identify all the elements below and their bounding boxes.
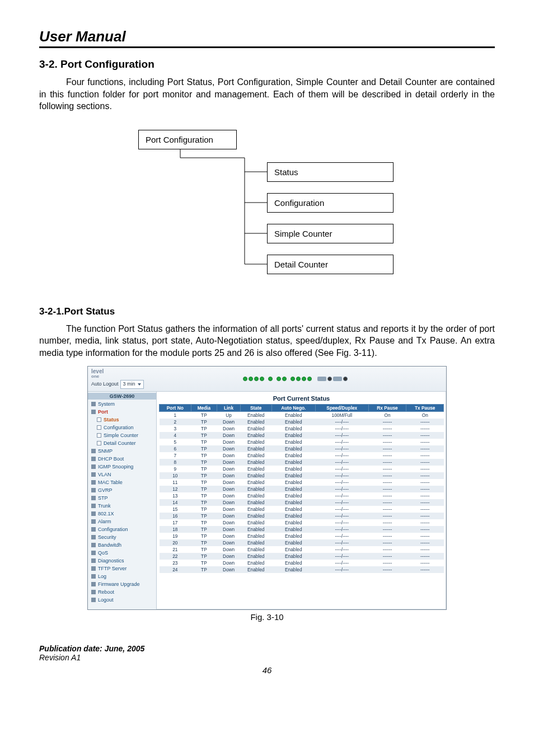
port-led-panel [147, 377, 443, 381]
table-cell: ------ [406, 492, 444, 499]
nav-item[interactable]: MAC Table [88, 478, 156, 486]
table-row[interactable]: 1TPUpEnabledEnabled100M/FullOnOn [160, 411, 444, 419]
table-row[interactable]: 19TPDownEnabledEnabled----/-------------… [160, 533, 444, 539]
table-row[interactable]: 20TPDownEnabledEnabled----/-------------… [160, 539, 444, 546]
nav-item[interactable]: Configuration [88, 525, 156, 533]
ui-body: GSW-2690 SystemPortStatusConfigurationSi… [88, 392, 446, 609]
led-icon [282, 377, 287, 381]
nav-item[interactable]: Bandwitdh [88, 541, 156, 549]
table-cell: ------ [406, 566, 444, 573]
table-cell: Enabled [240, 539, 271, 546]
table-row[interactable]: 12TPDownEnabledEnabled----/-------------… [160, 486, 444, 492]
tree-node-icon [91, 566, 96, 571]
table-row[interactable]: 11TPDownEnabledEnabled----/-------------… [160, 479, 444, 486]
table-cell: ------ [406, 560, 444, 566]
table-cell: ------ [368, 466, 406, 472]
table-cell: Down [217, 539, 241, 546]
tree-node-icon [91, 464, 96, 469]
table-cell: TP [191, 472, 217, 479]
table-row[interactable]: 21TPDownEnabledEnabled----/-------------… [160, 546, 444, 553]
table-cell: ------ [406, 546, 444, 553]
tree-node-icon [91, 543, 96, 547]
table-cell: ------ [368, 553, 406, 560]
nav-item[interactable]: GVRP [88, 486, 156, 494]
nav-item[interactable]: Logout [88, 596, 156, 604]
table-row[interactable]: 10TPDownEnabledEnabled----/-------------… [160, 472, 444, 479]
tree-child-box: Detail Counter [267, 255, 394, 274]
table-row[interactable]: 6TPDownEnabledEnabled----/--------------… [160, 445, 444, 452]
table-row[interactable]: 16TPDownEnabledEnabled----/-------------… [160, 513, 444, 519]
table-cell: Enabled [240, 411, 271, 419]
table-row[interactable]: 9TPDownEnabledEnabled----/--------------… [160, 466, 444, 472]
nav-item[interactable]: DHCP Boot [88, 455, 156, 463]
nav-item[interactable]: 802.1X [88, 510, 156, 518]
table-cell: Enabled [240, 425, 271, 432]
table-row[interactable]: 15TPDownEnabledEnabled----/-------------… [160, 506, 444, 513]
table-cell: Down [217, 486, 241, 492]
nav-item[interactable]: Simple Counter [88, 431, 156, 439]
table-cell: ----/---- [315, 439, 368, 445]
table-cell: ------ [406, 425, 444, 432]
nav-item[interactable]: Log [88, 572, 156, 580]
table-cell: ------ [406, 459, 444, 466]
table-row[interactable]: 17TPDownEnabledEnabled----/-------------… [160, 519, 444, 526]
table-row[interactable]: 3TPDownEnabledEnabled----/--------------… [160, 425, 444, 432]
table-row[interactable]: 14TPDownEnabledEnabled----/-------------… [160, 499, 444, 506]
tree-node-icon [91, 504, 96, 508]
nav-item[interactable]: SNMP [88, 447, 156, 455]
table-row[interactable]: 4TPDownEnabledEnabled----/--------------… [160, 432, 444, 439]
nav-item[interactable]: Security [88, 533, 156, 541]
table-row[interactable]: 8TPDownEnabledEnabled----/--------------… [160, 459, 444, 466]
table-cell: TP [191, 533, 217, 539]
table-row[interactable]: 7TPDownEnabledEnabled----/--------------… [160, 452, 444, 459]
table-cell: Down [217, 466, 241, 472]
table-cell: Enabled [271, 459, 315, 466]
nav-item[interactable]: IGMP Snooping [88, 463, 156, 471]
nav-item-label: Firmware Upgrade [98, 580, 140, 588]
table-row[interactable]: 23TPDownEnabledEnabled----/-------------… [160, 560, 444, 566]
nav-item[interactable]: Port [88, 408, 156, 416]
table-row[interactable]: 18TPDownEnabledEnabled----/-------------… [160, 526, 444, 533]
table-cell: 19 [160, 533, 191, 539]
nav-item[interactable]: Firmware Upgrade [88, 580, 156, 588]
tree-node-icon [91, 410, 96, 414]
table-row[interactable]: 22TPDownEnabledEnabled----/-------------… [160, 553, 444, 560]
nav-item[interactable]: Alarm [88, 518, 156, 525]
nav-item[interactable]: Trunk [88, 502, 156, 510]
table-cell: Down [217, 553, 241, 560]
nav-item-label: Bandwitdh [98, 541, 121, 549]
nav-item[interactable]: STP [88, 494, 156, 502]
table-cell: 16 [160, 513, 191, 519]
table-cell: Enabled [271, 411, 315, 419]
table-cell: ----/---- [315, 539, 368, 546]
column-header: Tx Pause [406, 404, 444, 411]
table-cell: ----/---- [315, 553, 368, 560]
nav-item[interactable]: TFTP Server [88, 565, 156, 572]
nav-item[interactable]: QoS [88, 549, 156, 557]
table-row[interactable]: 13TPDownEnabledEnabled----/-------------… [160, 492, 444, 499]
nav-item[interactable]: Reboot [88, 588, 156, 596]
table-row[interactable]: 5TPDownEnabledEnabled----/--------------… [160, 439, 444, 445]
nav-item[interactable]: VLAN [88, 471, 156, 478]
table-cell: TP [191, 445, 217, 452]
tree-child-box: Simple Counter [267, 224, 394, 243]
table-cell: Enabled [271, 452, 315, 459]
led-icon [260, 377, 264, 381]
table-cell: ------ [406, 526, 444, 533]
nav-item[interactable]: Configuration [88, 424, 156, 431]
nav-item[interactable]: Detail Counter [88, 439, 156, 447]
table-row[interactable]: 2TPDownEnabledEnabled----/--------------… [160, 419, 444, 425]
nav-item[interactable]: System [88, 400, 156, 408]
table-row[interactable]: 24TPDownEnabledEnabled----/-------------… [160, 566, 444, 573]
table-cell: ----/---- [315, 432, 368, 439]
table-cell: Enabled [240, 472, 271, 479]
auto-logout-dropdown[interactable]: 3 min [120, 380, 144, 389]
nav-item[interactable]: Status [88, 416, 156, 424]
table-cell: Enabled [271, 513, 315, 519]
tree-node-icon [91, 480, 96, 485]
table-cell: TP [191, 506, 217, 513]
table-cell: TP [191, 479, 217, 486]
table-cell: ------ [406, 419, 444, 425]
nav-item[interactable]: Diagnostics [88, 557, 156, 565]
table-cell: 11 [160, 479, 191, 486]
